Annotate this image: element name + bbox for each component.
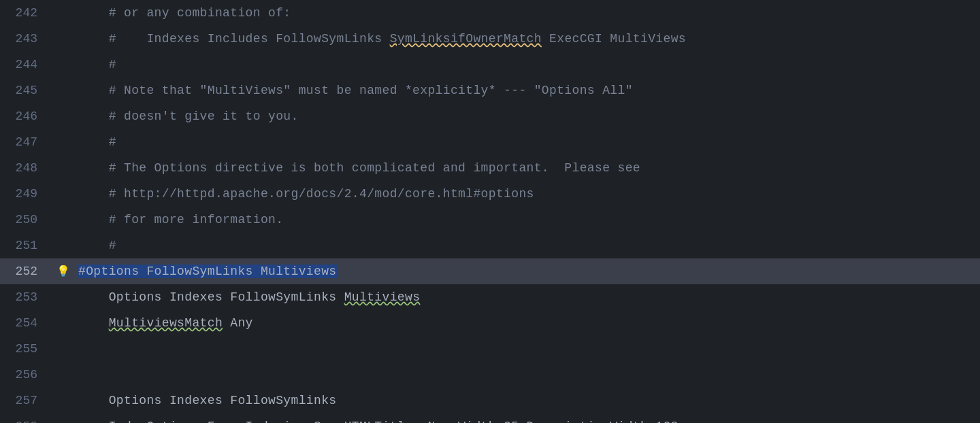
line-content-254: MultiviewsMatch Any — [75, 316, 980, 330]
line-content-257: Options Indexes FollowSymlinks — [75, 394, 980, 407]
line-number-254: 254 — [0, 316, 51, 330]
code-line-254: 254 MultiviewsMatch Any — [0, 310, 980, 336]
code-line-244: 244 # — [0, 52, 980, 78]
code-line-243: 243 # Indexes Includes FollowSymLinks Sy… — [0, 26, 980, 52]
line-content-249: # http://httpd.apache.org/docs/2.4/mod/c… — [75, 187, 980, 201]
code-line-253: 253 Options Indexes FollowSymLinks Multi… — [0, 284, 980, 310]
code-line-251: 251 # — [0, 233, 980, 258]
code-line-248: 248 # The Options directive is both comp… — [0, 155, 980, 181]
code-line-246: 246 # doesn't give it to you. — [0, 103, 980, 129]
code-line-245: 245 # Note that "MultiViews" must be nam… — [0, 78, 980, 103]
editor-container: 242 # or any combination of: 243 # Index… — [0, 0, 980, 423]
code-line-258: 258 IndexOptions FancyIndexing ScanHTMLT… — [0, 413, 980, 423]
line-number-258: 258 — [0, 420, 51, 423]
line-content-247: # — [75, 135, 980, 149]
line-number-243: 243 — [0, 32, 51, 46]
line-number-248: 248 — [0, 161, 51, 175]
line-number-257: 257 — [0, 394, 51, 407]
line-gutter-252: 💡 — [51, 265, 75, 278]
code-line-250: 250 # for more information. — [0, 207, 980, 233]
line-number-245: 245 — [0, 84, 51, 97]
line-number-250: 250 — [0, 213, 51, 226]
line-number-246: 246 — [0, 109, 51, 123]
line-content-246: # doesn't give it to you. — [75, 109, 980, 123]
line-number-249: 249 — [0, 187, 51, 201]
bulb-icon[interactable]: 💡 — [56, 265, 70, 278]
line-number-247: 247 — [0, 135, 51, 149]
line-number-244: 244 — [0, 58, 51, 71]
line-number-242: 242 — [0, 6, 51, 20]
code-line-257: 257 Options Indexes FollowSymlinks — [0, 388, 980, 413]
code-line-247: 247 # — [0, 129, 980, 155]
line-number-251: 251 — [0, 239, 51, 252]
line-content-258: IndexOptions FancyIndexing ScanHTMLTitle… — [75, 420, 980, 423]
line-number-252: 252 — [0, 265, 51, 278]
line-content-250: # for more information. — [75, 213, 980, 226]
line-content-242: # or any combination of: — [75, 6, 980, 20]
code-area: 242 # or any combination of: 243 # Index… — [0, 0, 980, 423]
line-content-252: #Options FollowSymLinks Multiviews — [75, 265, 980, 278]
code-line-249: 249 # http://httpd.apache.org/docs/2.4/m… — [0, 181, 980, 207]
line-content-244: # — [75, 58, 980, 71]
line-content-243: # Indexes Includes FollowSymLinks SymLin… — [75, 32, 980, 46]
line-number-256: 256 — [0, 368, 51, 382]
line-number-253: 253 — [0, 290, 51, 304]
code-line-242: 242 # or any combination of: — [0, 0, 980, 26]
line-content-251: # — [75, 239, 980, 252]
code-line-255: 255 — [0, 336, 980, 362]
line-number-255: 255 — [0, 342, 51, 356]
code-line-256: 256 — [0, 362, 980, 388]
code-line-252: 252 💡 #Options FollowSymLinks Multiviews — [0, 258, 980, 284]
line-content-253: Options Indexes FollowSymLinks Multiview… — [75, 290, 980, 304]
line-content-248: # The Options directive is both complica… — [75, 161, 980, 175]
line-content-245: # Note that "MultiViews" must be named *… — [75, 84, 980, 97]
